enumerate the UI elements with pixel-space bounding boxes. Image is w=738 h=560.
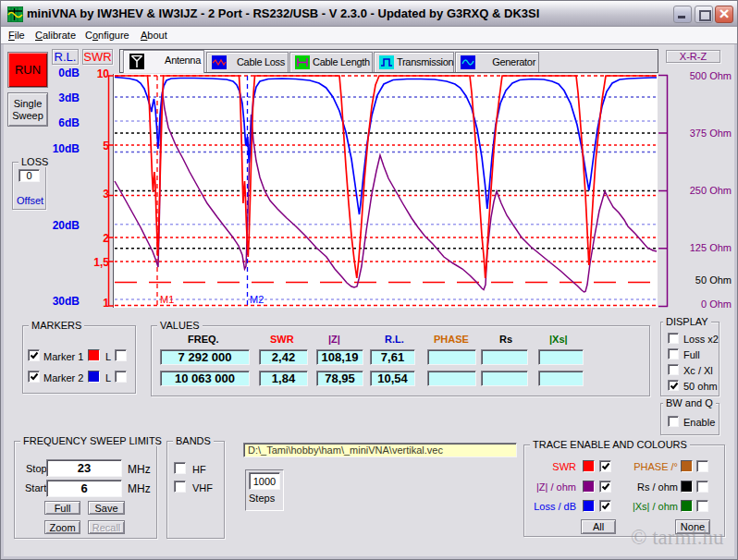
svg-text:M2: M2: [250, 294, 264, 305]
svg-text:M1: M1: [160, 294, 174, 305]
